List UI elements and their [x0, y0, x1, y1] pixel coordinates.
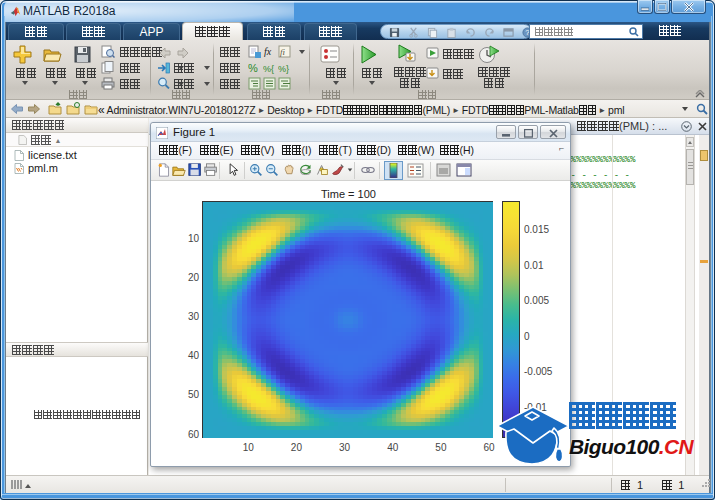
- svg-text:fx: fx: [264, 46, 272, 57]
- svg-text:%: %: [248, 62, 258, 74]
- svg-text:fi: fi: [280, 47, 286, 57]
- svg-text:%{: %{: [263, 64, 274, 74]
- svg-text:%}: %}: [278, 64, 289, 74]
